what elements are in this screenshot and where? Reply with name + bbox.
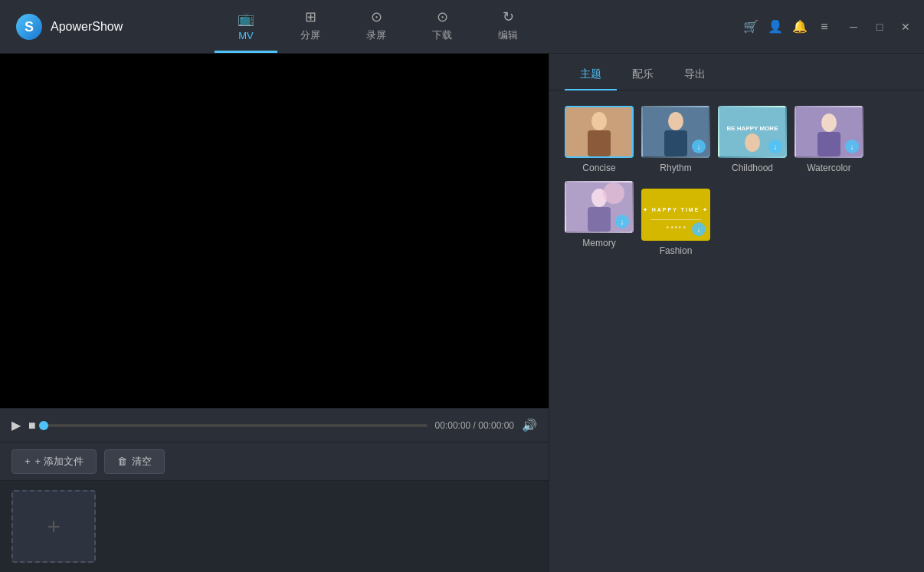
mv-icon: 📺 bbox=[238, 10, 254, 27]
topbar-icons: 🛒 👤 🔔 ≡ bbox=[740, 16, 843, 38]
theme-rhythm[interactable]: ↓ Rhythm bbox=[641, 106, 710, 173]
theme-label-childhood: Childhood bbox=[732, 163, 773, 173]
volume-button[interactable]: 🔊 bbox=[522, 418, 537, 432]
theme-thumb-memory: ↓ bbox=[565, 181, 634, 233]
theme-thumb-fashion: ✦ HAPPY TIME ✦ ★ ★ ★ ★ ★ ↓ bbox=[641, 189, 710, 241]
clear-button[interactable]: 🗑 清空 bbox=[104, 449, 165, 474]
tab-theme[interactable]: 主题 bbox=[565, 60, 617, 90]
progress-bar[interactable] bbox=[44, 424, 428, 427]
add-file-button[interactable]: + + 添加文件 bbox=[11, 449, 97, 474]
split-icon: ⊞ bbox=[305, 8, 316, 25]
window-controls: ─ □ ✕ bbox=[843, 16, 924, 38]
theme-watercolor[interactable]: ↓ Watercolor bbox=[795, 106, 863, 173]
right-tabs: 主题 配乐 导出 bbox=[549, 54, 924, 90]
theme-label-concise: Concise bbox=[582, 163, 615, 173]
tab-export[interactable]: 导出 bbox=[669, 60, 721, 90]
video-controls: ▶ ■ 00:00:00 / 00:00:00 🔊 bbox=[0, 408, 549, 442]
maximize-button[interactable]: □ bbox=[869, 16, 890, 38]
svg-rect-20 bbox=[650, 219, 701, 220]
menu-icon[interactable]: ≡ bbox=[814, 16, 835, 38]
watercolor-download-badge[interactable]: ↓ bbox=[845, 140, 859, 153]
tab-music[interactable]: 配乐 bbox=[617, 60, 669, 90]
record-icon: ⊙ bbox=[371, 8, 382, 25]
plus-icon: + bbox=[47, 514, 61, 540]
nav-tab-edit[interactable]: ↻ 编辑 bbox=[475, 0, 541, 53]
edit-icon: ↻ bbox=[503, 8, 514, 25]
theme-fashion[interactable]: ✦ HAPPY TIME ✦ ★ ★ ★ ★ ★ ↓ Fashion bbox=[641, 189, 710, 256]
svg-rect-4 bbox=[588, 130, 611, 156]
nav-tabs: 📺 MV ⊞ 分屏 ⊙ 录屏 ⊙ 下载 ↻ 编辑 bbox=[215, 0, 740, 53]
svg-text:S: S bbox=[25, 19, 34, 35]
svg-rect-17 bbox=[588, 207, 611, 232]
nav-tab-mv[interactable]: 📺 MV bbox=[215, 0, 277, 53]
theme-thumb-rhythm: ↓ bbox=[641, 106, 710, 158]
play-button[interactable]: ▶ bbox=[11, 418, 21, 432]
user-icon[interactable]: 👤 bbox=[765, 16, 786, 38]
app-title: ApowerShow bbox=[51, 20, 123, 34]
nav-tab-record[interactable]: ⊙ 录屏 bbox=[343, 0, 409, 53]
right-panel: 主题 配乐 导出 Concise bbox=[549, 54, 924, 572]
minimize-button[interactable]: ─ bbox=[843, 16, 864, 38]
theme-childhood[interactable]: BE HAPPY MORE ↓ Childhood bbox=[718, 106, 787, 173]
svg-text:★ ★ ★ ★ ★: ★ ★ ★ ★ ★ bbox=[666, 225, 686, 229]
trash-icon: 🗑 bbox=[117, 455, 127, 467]
download-icon: ⊙ bbox=[437, 8, 448, 25]
svg-point-12 bbox=[821, 113, 837, 132]
svg-text:BE HAPPY MORE: BE HAPPY MORE bbox=[727, 125, 779, 132]
memory-download-badge[interactable]: ↓ bbox=[615, 215, 629, 228]
theme-concise[interactable]: Concise bbox=[565, 106, 634, 173]
titlebar: S ApowerShow 📺 MV ⊞ 分屏 ⊙ 录屏 ⊙ 下载 ↻ 编辑 🛒 … bbox=[0, 0, 924, 54]
nav-tab-split[interactable]: ⊞ 分屏 bbox=[277, 0, 343, 53]
app-logo: S bbox=[15, 13, 43, 41]
bell-icon[interactable]: 🔔 bbox=[789, 16, 811, 38]
theme-label-watercolor: Watercolor bbox=[807, 163, 851, 173]
svg-rect-13 bbox=[818, 132, 840, 156]
svg-point-6 bbox=[668, 112, 683, 130]
store-icon[interactable]: 🛒 bbox=[740, 16, 762, 38]
theme-thumb-childhood: BE HAPPY MORE ↓ bbox=[718, 106, 787, 158]
progress-handle[interactable] bbox=[39, 421, 48, 430]
svg-rect-7 bbox=[664, 130, 687, 156]
thumbnails-row: + bbox=[0, 480, 549, 572]
nav-tab-download[interactable]: ⊙ 下载 bbox=[409, 0, 475, 53]
stop-button[interactable]: ■ bbox=[28, 419, 36, 432]
svg-point-3 bbox=[591, 112, 607, 130]
fashion-download-badge[interactable]: ↓ bbox=[692, 222, 706, 236]
svg-point-10 bbox=[745, 133, 760, 152]
theme-label-fashion: Fashion bbox=[660, 245, 693, 256]
logo-area: S ApowerShow bbox=[0, 13, 215, 41]
rhythm-download-badge[interactable]: ↓ bbox=[692, 140, 706, 153]
concise-preview bbox=[566, 107, 632, 156]
bottom-toolbar: + + 添加文件 🗑 清空 bbox=[0, 442, 549, 480]
theme-thumb-concise bbox=[565, 106, 634, 158]
add-thumbnail-button[interactable]: + bbox=[11, 490, 96, 563]
svg-text:✦ HAPPY TIME ✦: ✦ HAPPY TIME ✦ bbox=[643, 207, 709, 212]
main-content: ▶ ■ 00:00:00 / 00:00:00 🔊 + + 添加文件 🗑 清空 … bbox=[0, 54, 924, 572]
theme-memory[interactable]: ↓ Memory bbox=[565, 181, 634, 256]
childhood-download-badge[interactable]: ↓ bbox=[768, 140, 782, 153]
theme-label-memory: Memory bbox=[582, 238, 615, 248]
left-panel: ▶ ■ 00:00:00 / 00:00:00 🔊 + + 添加文件 🗑 清空 … bbox=[0, 54, 549, 572]
theme-thumb-watercolor: ↓ bbox=[795, 106, 863, 158]
themes-grid: Concise ↓ Rhythm bbox=[549, 90, 924, 271]
theme-label-rhythm: Rhythm bbox=[660, 163, 691, 173]
close-button[interactable]: ✕ bbox=[895, 16, 916, 38]
add-icon: + bbox=[25, 455, 31, 467]
video-player bbox=[0, 54, 549, 408]
svg-point-16 bbox=[603, 182, 624, 204]
time-display: 00:00:00 / 00:00:00 bbox=[435, 420, 514, 431]
